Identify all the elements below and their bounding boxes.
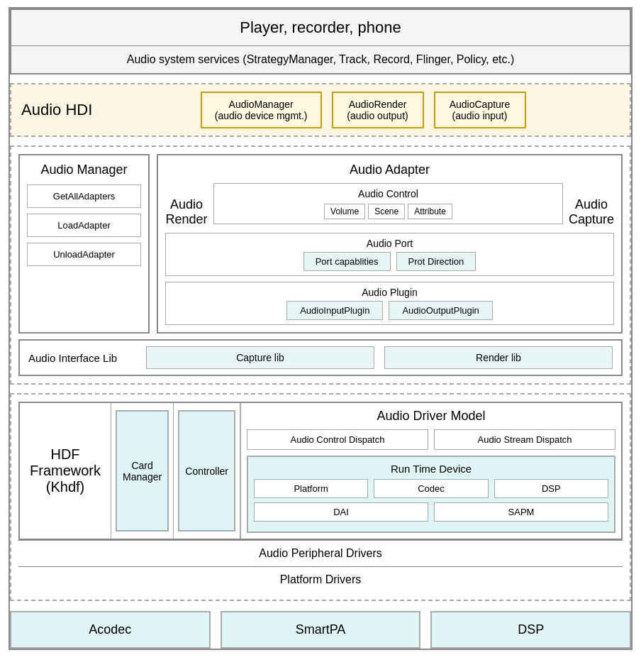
- scene-item: Scene: [368, 204, 405, 219]
- middle-section: Audio Manager GetAllAdapters LoadAdapter…: [10, 145, 631, 385]
- audio-manager-title: Audio Manager: [27, 163, 141, 177]
- port-items: Port capablities Prot Direction: [173, 252, 606, 271]
- platform-drivers-row: Platform Drivers: [18, 567, 623, 593]
- audio-control-box: Audio Control Volume Scene Attribute: [213, 183, 563, 224]
- middle-top: Audio Manager GetAllAdapters LoadAdapter…: [18, 154, 623, 334]
- smartpa-chip: SmartPA: [221, 611, 421, 649]
- dsp-item: DSP: [494, 479, 608, 498]
- runtime-device: Run Time Device Platform Codec DSP DAI S…: [247, 456, 615, 533]
- driver-inner: HDFFramework(Khdf) CardManager Controlle…: [18, 402, 623, 540]
- top-section: Player, recorder, phone Audio system ser…: [10, 9, 631, 75]
- dai-item: DAI: [254, 502, 428, 522]
- interface-lib-label: Audio Interface Lib: [28, 352, 135, 364]
- dsp-chip: DSP: [430, 611, 631, 649]
- audio-adapter-title: Audio Adapter: [165, 163, 614, 177]
- audio-plugin-row: Audio Plugin AudioInputPlugin AudioOutpu…: [165, 282, 614, 325]
- audio-stream-dispatch: Audio Stream Dispatch: [434, 429, 615, 450]
- driver-bottom-rows: Audio Peripheral Drivers Platform Driver…: [18, 540, 623, 593]
- port-direction: Prot Direction: [396, 252, 476, 271]
- acodec-chip: Acodec: [10, 611, 211, 649]
- audio-render-label: AudioRender: [165, 183, 208, 227]
- audio-port-row: Audio Port Port capablities Prot Directi…: [165, 233, 614, 276]
- runtime-row-2: DAI SAPM: [254, 502, 608, 522]
- lib-boxes: Capture lib Render lib: [146, 346, 613, 369]
- chips-section: Acodec SmartPA DSP: [10, 611, 631, 649]
- interface-lib-row: Audio Interface Lib Capture lib Render l…: [18, 339, 623, 376]
- peripheral-row: Audio Peripheral Drivers: [18, 541, 623, 567]
- dispatch-row: Audio Control Dispatch Audio Stream Disp…: [247, 429, 615, 450]
- audio-control-dispatch: Audio Control Dispatch: [247, 429, 428, 450]
- render-lib: Render lib: [384, 346, 613, 369]
- adapter-top-row: AudioRender Audio Control Volume Scene A…: [165, 183, 614, 227]
- runtime-row-1: Platform Codec DSP: [254, 479, 608, 498]
- audio-driver-model: Audio Driver Model Audio Control Dispatc…: [240, 403, 621, 539]
- hdi-box-capture: AudioCapture (audio input): [434, 92, 526, 128]
- audio-services-row: Audio system services (StrategyManager, …: [11, 46, 630, 73]
- audio-input-plugin: AudioInputPlugin: [286, 301, 383, 320]
- codec-item: Codec: [374, 479, 488, 498]
- audio-control-items: Volume Scene Attribute: [218, 204, 558, 219]
- audio-output-plugin: AudioOutputPlugin: [389, 301, 492, 320]
- hdi-box-render: AudioRender (audio output): [332, 92, 424, 128]
- runtime-title: Run Time Device: [254, 463, 608, 475]
- main-diagram: Player, recorder, phone Audio system ser…: [9, 7, 632, 650]
- audio-control-title: Audio Control: [218, 188, 558, 199]
- hdi-boxes: AudioManager (audio device mgmt.) AudioR…: [106, 92, 620, 128]
- port-capabilities: Port capablities: [303, 252, 391, 271]
- load-adapter: LoadAdapter: [27, 214, 141, 237]
- controller-box: Controller: [178, 410, 235, 531]
- hdi-box-manager: AudioManager (audio device mgmt.): [201, 92, 322, 128]
- card-manager: CardManager: [116, 410, 169, 531]
- attribute-item: Attribute: [408, 204, 452, 219]
- plugin-items: AudioInputPlugin AudioOutputPlugin: [173, 301, 606, 320]
- audio-manager: Audio Manager GetAllAdapters LoadAdapter…: [18, 154, 150, 334]
- driver-model-title: Audio Driver Model: [247, 409, 615, 424]
- unload-adapter: UnloadAdapter: [27, 243, 141, 266]
- sapm-item: SAPM: [434, 502, 608, 522]
- audio-plugin-title: Audio Plugin: [173, 287, 606, 298]
- audio-capture-label: AudioCapture: [569, 183, 614, 227]
- audio-adapter: Audio Adapter AudioRender Audio Control …: [157, 154, 623, 334]
- audio-port-title: Audio Port: [173, 238, 606, 249]
- platform-item: Platform: [254, 479, 368, 498]
- player-row: Player, recorder, phone: [11, 10, 630, 46]
- hdi-section: Audio HDI AudioManager (audio device mgm…: [10, 83, 631, 137]
- get-all-adapters: GetAllAdapters: [27, 184, 141, 208]
- volume-item: Volume: [324, 204, 365, 219]
- capture-lib: Capture lib: [146, 346, 374, 369]
- hdi-label: Audio HDI: [21, 101, 92, 119]
- driver-section: HDFFramework(Khdf) CardManager Controlle…: [10, 393, 631, 601]
- hdf-label: HDFFramework(Khdf): [20, 403, 111, 539]
